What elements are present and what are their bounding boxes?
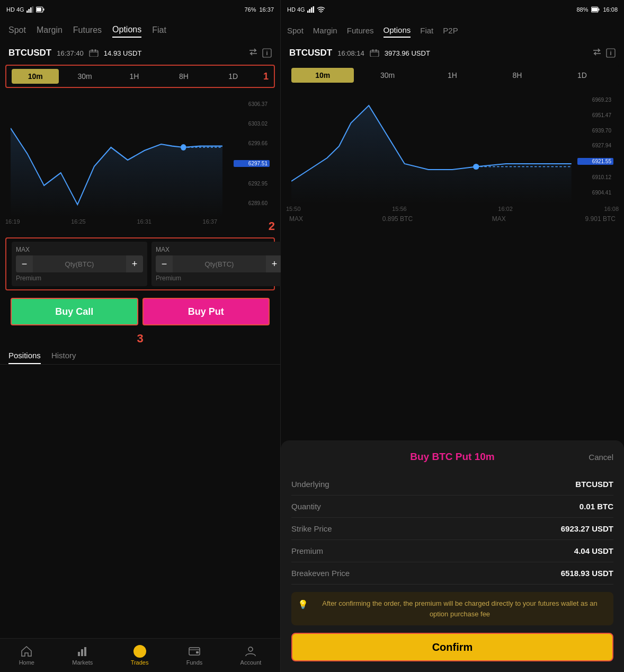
right-interval-10m[interactable]: 10m: [291, 68, 354, 83]
btc-right-value: 9.901 BTC: [585, 215, 616, 223]
modal-row-breakeven: Breakeven Price 6518.93 USDT: [291, 562, 613, 585]
tab-history[interactable]: History: [51, 351, 76, 364]
right-interval-1d[interactable]: 1D: [551, 68, 613, 83]
svg-rect-3: [32, 6, 33, 13]
buy-call-button[interactable]: Buy Call: [11, 298, 138, 325]
call-qty-input[interactable]: [33, 258, 126, 270]
put-qty-input[interactable]: [173, 258, 266, 270]
info-icon-right[interactable]: i: [606, 48, 616, 58]
right-interval-selector: 10m 30m 1H 8H 1D: [286, 65, 619, 86]
left-time-labels: 16:19 16:25 16:31 16:37 2: [0, 217, 280, 235]
put-max-label: MAX: [156, 246, 283, 253]
tab-futures-left[interactable]: Futures: [73, 25, 102, 37]
left-positions-tabs: Positions History: [0, 346, 280, 365]
trades-label: Trades: [131, 659, 149, 666]
tab-fiat-left[interactable]: Fiat: [152, 25, 166, 37]
interval-8h-left[interactable]: 8H: [160, 69, 207, 84]
modal-cancel-button[interactable]: Cancel: [589, 453, 613, 462]
call-qty-row: − +: [16, 255, 143, 272]
right-price-1: 6969.23: [577, 97, 613, 103]
battery-icon-right: [591, 6, 600, 13]
svg-point-29: [320, 12, 321, 13]
svg-rect-2: [30, 7, 32, 13]
bottom-nav-funds[interactable]: Funds: [186, 645, 203, 666]
premium-label: Premium: [291, 546, 323, 555]
put-qty-decrease[interactable]: −: [156, 255, 173, 272]
annotation-1: 1: [263, 71, 269, 82]
price-label-3: 6299.66: [234, 140, 270, 146]
tab-margin-right[interactable]: Margin: [313, 26, 337, 37]
notice-text: After confirming the order, the premium …: [313, 598, 607, 619]
left-chart-area: 6306.37 6303.02 6299.66 6297.51 6292.95 …: [11, 90, 270, 217]
bottom-nav-markets[interactable]: Markets: [72, 645, 93, 666]
right-time-3: 16:02: [498, 206, 513, 212]
right-ticker-icons: i: [592, 48, 616, 58]
svg-rect-6: [37, 8, 41, 12]
left-chart-wrapper: 6306.37 6303.02 6299.66 6297.51 6292.95 …: [5, 90, 275, 217]
modal-row-quantity: Quantity 0.01 BTC: [291, 496, 613, 518]
interval-10m-left[interactable]: 10m: [12, 69, 59, 84]
right-interval-30m[interactable]: 30m: [356, 68, 418, 83]
svg-rect-5: [43, 8, 44, 11]
tab-fiat-right[interactable]: Fiat: [420, 26, 433, 37]
svg-rect-17: [81, 649, 83, 656]
btc-left-label: MAX: [289, 215, 303, 223]
bottom-nav-home[interactable]: Home: [19, 645, 34, 666]
home-icon: [20, 645, 33, 658]
price-label-highlighted: 6297.51: [234, 160, 270, 167]
svg-rect-28: [313, 6, 314, 13]
left-buy-buttons: Buy Call Buy Put: [5, 295, 275, 329]
modal-title: Buy BTC Put 10m: [410, 451, 494, 463]
buy-put-button[interactable]: Buy Put: [142, 298, 270, 325]
right-price-3: 6939.70: [577, 128, 613, 134]
tab-options-right[interactable]: Options: [384, 25, 411, 38]
account-label-left: Account: [240, 659, 262, 666]
call-qty-decrease[interactable]: −: [16, 255, 33, 272]
interval-1d-left[interactable]: 1D: [210, 69, 257, 84]
strike-price-label: Strike Price: [291, 524, 332, 533]
right-chart-area: 6969.23 6951.47 6939.70 6927.94 6921.55 …: [291, 88, 613, 205]
right-interval-8h[interactable]: 8H: [486, 68, 548, 83]
left-ticker-price: 14.93 USDT: [104, 49, 142, 57]
annotation-2: 2: [269, 219, 275, 233]
tab-spot-right[interactable]: Spot: [287, 26, 304, 37]
call-qty-increase[interactable]: +: [126, 255, 143, 272]
tab-futures-right[interactable]: Futures: [347, 26, 374, 37]
markets-icon: [76, 645, 89, 658]
funds-label: Funds: [186, 659, 203, 666]
bulb-icon: 💡: [298, 599, 308, 609]
bottom-nav-trades[interactable]: Trades: [131, 645, 149, 666]
bottom-nav-account[interactable]: Account: [240, 645, 262, 666]
wifi-icon-right: [317, 6, 325, 13]
right-interval-1h[interactable]: 1H: [421, 68, 484, 83]
tab-spot-left[interactable]: Spot: [8, 25, 26, 37]
svg-rect-27: [311, 7, 313, 13]
svg-rect-16: [78, 652, 80, 656]
transfer-icon-left[interactable]: [248, 48, 258, 56]
svg-rect-26: [309, 9, 310, 13]
confirm-button[interactable]: Confirm: [291, 633, 613, 661]
btc-right-label: MAX: [492, 215, 506, 223]
calendar-icon-left: [89, 49, 99, 57]
right-nav-tabs: Spot Margin Futures Options Fiat P2P: [281, 19, 624, 43]
tab-margin-left[interactable]: Margin: [37, 25, 63, 37]
markets-label: Markets: [72, 659, 93, 666]
right-ticker-row: BTCUSDT 16:08:14 3973.96 USDT i: [281, 43, 624, 63]
transfer-icon-right[interactable]: [592, 48, 602, 56]
right-time: 88% 16:08: [576, 6, 618, 13]
tab-p2p-right[interactable]: P2P: [443, 26, 458, 37]
confirm-modal: Buy BTC Put 10m Cancel Underlying BTCUSD…: [281, 440, 624, 672]
tab-positions[interactable]: Positions: [8, 351, 41, 364]
svg-text:i: i: [610, 50, 611, 56]
info-icon-left[interactable]: i: [262, 48, 272, 58]
breakeven-value: 6518.93 USDT: [561, 569, 613, 578]
svg-rect-32: [592, 8, 598, 12]
interval-30m-left[interactable]: 30m: [61, 69, 108, 84]
annotation-3: 3: [0, 332, 280, 346]
time-label-3: 16:31: [137, 218, 151, 234]
battery-icon-left: [36, 6, 44, 13]
right-chart-wrapper: 6969.23 6951.47 6939.70 6927.94 6921.55 …: [286, 88, 619, 205]
tab-options-left[interactable]: Options: [112, 25, 141, 38]
interval-1h-left[interactable]: 1H: [111, 69, 158, 84]
call-order-panel: MAX − + Premium: [12, 242, 147, 286]
